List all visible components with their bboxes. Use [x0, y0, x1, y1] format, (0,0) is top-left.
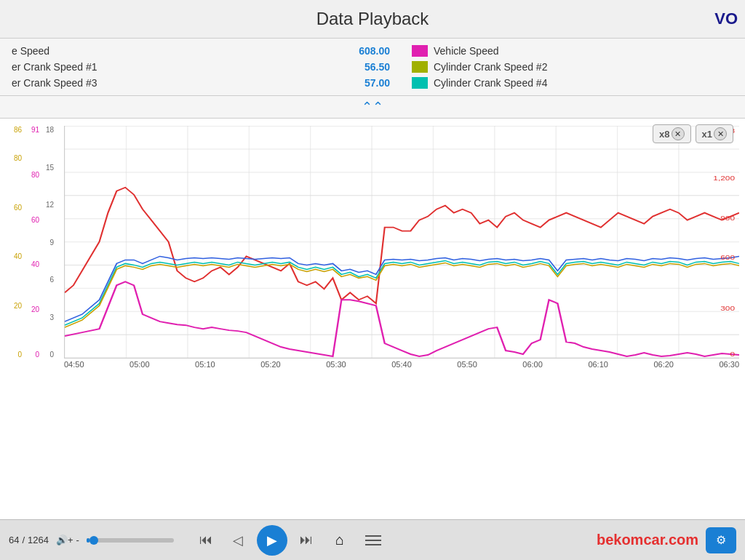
x-label-9: 06:20 — [653, 360, 674, 369]
current-frame: 64 — [9, 535, 19, 545]
chart-svg: 1,368 1,200 900 600 300 0 — [64, 126, 739, 359]
legend-area: e Speed 608.00 Vehicle Speed er Crank Sp… — [0, 39, 745, 96]
x-label-0: 04:50 — [64, 360, 84, 369]
x-label-1: 05:00 — [130, 360, 150, 369]
y-axis-yellow: 86 80 60 40 20 0 — [6, 126, 22, 359]
progress-bar[interactable] — [87, 538, 174, 543]
zoom-controls: x8 ✕ x1 ✕ — [653, 124, 733, 143]
x-label-8: 06:10 — [588, 360, 608, 369]
svg-text:600: 600 — [720, 253, 735, 261]
home-button[interactable]: ⌂ — [327, 527, 353, 553]
menu-button[interactable] — [360, 527, 386, 553]
legend-value-0: 608.00 — [339, 45, 390, 57]
legend-row-1: er Crank Speed #1 56.50 Cylinder Crank S… — [12, 59, 733, 75]
menu-line-3 — [365, 544, 381, 545]
zoom-x1-icon[interactable]: ✕ — [714, 127, 727, 140]
x-label-5: 05:40 — [391, 360, 412, 369]
home-icon: ⌂ — [335, 532, 344, 548]
legend-color-2 — [412, 77, 428, 89]
progress-handle[interactable] — [89, 536, 98, 545]
legend-row-2: er Crank Speed #3 57.00 Cylinder Crank S… — [12, 75, 733, 91]
svg-text:300: 300 — [720, 304, 735, 312]
legend-value-1: 56.50 — [339, 61, 390, 73]
zoom-x1-button[interactable]: x1 ✕ — [696, 124, 733, 143]
app-header: Data Playback VO — [0, 0, 745, 39]
skip-back-button[interactable]: ⏮ — [193, 527, 219, 553]
bottom-toolbar: 64 / 1264 🔊+ - ⏮ ◁ ▶ ⏭ ⌂ bekomcar.com ⚙ — [0, 519, 745, 560]
legend-left-2: er Crank Speed #3 57.00 — [12, 77, 390, 89]
page-title: Data Playback — [316, 9, 429, 28]
x-label-7: 06:00 — [522, 360, 543, 369]
legend-color-0 — [412, 45, 428, 57]
zoom-x1-label: x1 — [702, 129, 712, 140]
branding: bekomcar.com — [597, 532, 698, 548]
menu-line-1 — [365, 535, 381, 537]
chart-section: x8 ✕ x1 ✕ 86 80 60 40 20 — [0, 119, 745, 519]
legend-right-label-1: Cylinder Crank Speed #2 — [434, 61, 547, 73]
total-frames: 1264 — [28, 535, 49, 545]
svg-text:1,200: 1,200 — [713, 174, 735, 182]
legend-right-label-2: Cylinder Crank Speed #4 — [434, 77, 547, 89]
end-icon: ⚙ — [716, 533, 726, 547]
svg-text:900: 900 — [720, 214, 735, 222]
legend-value-2: 57.00 — [339, 77, 390, 89]
play-button[interactable]: ▶ — [257, 525, 287, 556]
legend-color-1 — [412, 61, 428, 73]
total-separator: / — [22, 535, 25, 545]
legend-left-0: e Speed 608.00 — [12, 45, 390, 57]
zoom-x8-button[interactable]: x8 ✕ — [653, 124, 690, 143]
legend-right-0: Vehicle Speed — [412, 45, 499, 57]
x-label-6: 05:50 — [457, 360, 477, 369]
brand-accent: c — [643, 532, 651, 548]
main-content: Data Playback VO e Speed 608.00 Vehicle … — [0, 0, 745, 519]
chart-svg-wrapper: 1,368 1,200 900 600 300 0 04:50 05:00 05… — [64, 126, 739, 519]
y-axis-gray: 18 15 12 9 6 3 0 — [41, 126, 54, 359]
volume-minus[interactable]: - — [76, 535, 79, 545]
y-axes-left: 86 80 60 40 20 0 91 80 60 — [6, 126, 64, 519]
collapse-row[interactable]: ⌃⌃ — [0, 96, 745, 119]
x-label-2: 05:10 — [195, 360, 215, 369]
end-button[interactable]: ⚙ — [706, 527, 736, 553]
legend-label-0: e Speed — [12, 45, 49, 57]
legend-label-1: er Crank Speed #1 — [12, 61, 97, 73]
volume-section: 🔊+ - — [56, 535, 79, 545]
playback-info: 64 / 1264 — [9, 535, 49, 545]
chart-with-axes: 86 80 60 40 20 0 91 80 60 — [0, 119, 745, 519]
x-label-4: 05:30 — [326, 360, 346, 369]
skip-forward-button[interactable]: ⏭ — [293, 527, 319, 553]
legend-right-1: Cylinder Crank Speed #2 — [412, 61, 547, 73]
transport-controls: ⏮ ◁ ▶ ⏭ — [193, 525, 319, 556]
legend-row-0: e Speed 608.00 Vehicle Speed — [12, 43, 733, 59]
legend-right-label-0: Vehicle Speed — [434, 45, 499, 57]
step-back-button[interactable]: ◁ — [225, 527, 251, 553]
collapse-icon[interactable]: ⌃⌃ — [362, 100, 383, 114]
brand-end: ar.com — [652, 532, 698, 548]
legend-label-2: er Crank Speed #3 — [12, 77, 97, 89]
brand-main: bekom — [597, 532, 643, 548]
legend-right-2: Cylinder Crank Speed #4 — [412, 77, 547, 89]
svg-text:0: 0 — [730, 350, 735, 358]
zoom-x8-label: x8 — [659, 129, 669, 140]
zoom-x8-icon[interactable]: ✕ — [672, 127, 685, 140]
y-axis-pink: 91 80 60 40 20 0 — [23, 126, 39, 359]
x-label-10: 06:30 — [719, 360, 739, 369]
x-label-3: 05:20 — [260, 360, 281, 369]
menu-line-2 — [365, 540, 381, 541]
volume-icon: 🔊+ — [56, 535, 73, 545]
x-axis-labels: 04:50 05:00 05:10 05:20 05:30 05:40 05:5… — [64, 359, 739, 369]
header-logo: VO — [714, 9, 738, 28]
legend-left-1: er Crank Speed #1 56.50 — [12, 61, 390, 73]
